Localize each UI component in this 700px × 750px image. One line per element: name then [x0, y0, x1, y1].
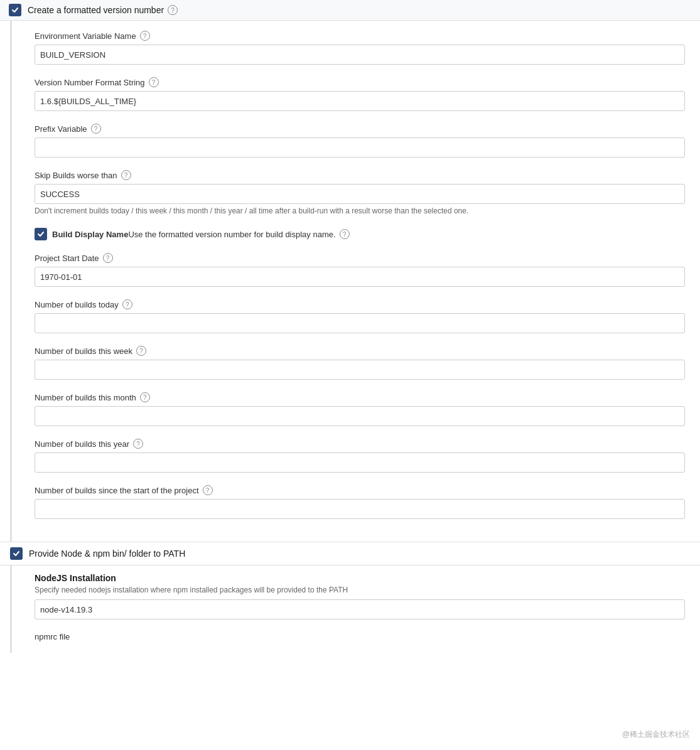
nodejs-header: Provide Node & npm bin/ folder to PATH [0, 542, 700, 565]
prefix-variable-label: Prefix Variable [35, 124, 87, 134]
version-format-help-icon[interactable]: ? [149, 77, 159, 87]
env-var-name-help-icon[interactable]: ? [140, 31, 150, 41]
builds-today-label: Number of builds today [35, 300, 119, 309]
skip-builds-input[interactable] [35, 184, 685, 204]
version-format-label-row: Version Number Format String ? [35, 77, 685, 87]
env-var-name-group: Environment Variable Name ? [35, 31, 685, 65]
create-version-help-icon[interactable]: ? [168, 5, 178, 15]
builds-today-group: Number of builds today ? [35, 299, 685, 333]
build-display-name-checkbox[interactable] [35, 228, 47, 240]
project-start-date-group: Project Start Date ? [35, 253, 685, 287]
skip-builds-group: Skip Builds worse than ? Don't increment… [35, 170, 685, 215]
npmrc-label: npmrc file [35, 632, 70, 641]
build-display-name-label: Build Display NameUse the formatted vers… [52, 230, 336, 239]
builds-month-group: Number of builds this month ? [35, 392, 685, 426]
nodejs-installation-group: NodeJS Installation Specify needed nodej… [35, 573, 685, 619]
create-version-header: Create a formatted version number ? [0, 0, 700, 21]
builds-week-label-row: Number of builds this week ? [35, 346, 685, 356]
builds-week-label: Number of builds this week [35, 346, 132, 356]
builds-today-label-row: Number of builds today ? [35, 299, 685, 309]
builds-year-group: Number of builds this year ? [35, 439, 685, 473]
builds-month-help-icon[interactable]: ? [140, 392, 150, 402]
npmrc-label-row: npmrc file [35, 632, 685, 641]
builds-year-help-icon[interactable]: ? [133, 439, 143, 449]
builds-since-start-label: Number of builds since the start of the … [35, 486, 199, 495]
nodejs-content: NodeJS Installation Specify needed nodej… [10, 565, 700, 653]
builds-since-start-help-icon[interactable]: ? [203, 485, 213, 495]
skip-builds-help-icon[interactable]: ? [121, 170, 131, 180]
nodejs-title: Provide Node & npm bin/ folder to PATH [29, 549, 185, 559]
builds-since-start-group: Number of builds since the start of the … [35, 485, 685, 519]
builds-year-label-row: Number of builds this year ? [35, 439, 685, 449]
builds-month-label-row: Number of builds this month ? [35, 392, 685, 402]
prefix-variable-group: Prefix Variable ? [35, 124, 685, 158]
builds-week-help-icon[interactable]: ? [136, 346, 146, 356]
version-format-input[interactable] [35, 91, 685, 111]
builds-today-help-icon[interactable]: ? [122, 299, 132, 309]
builds-since-start-input[interactable] [35, 499, 685, 519]
builds-year-label: Number of builds this year [35, 439, 129, 449]
env-var-name-label: Environment Variable Name [35, 31, 136, 41]
nodejs-installation-desc: Specify needed nodejs installation where… [35, 586, 685, 594]
nodejs-installation-label: NodeJS Installation [35, 573, 685, 583]
version-format-label: Version Number Format String [35, 78, 145, 87]
skip-builds-label: Skip Builds worse than [35, 171, 117, 180]
watermark: @稀土掘金技术社区 [622, 729, 690, 740]
create-version-title: Create a formatted version number [28, 5, 164, 15]
project-start-date-input[interactable] [35, 267, 685, 287]
project-start-date-label: Project Start Date [35, 254, 99, 263]
skip-builds-label-row: Skip Builds worse than ? [35, 170, 685, 180]
version-format-group: Version Number Format String ? [35, 77, 685, 111]
project-start-date-help-icon[interactable]: ? [103, 253, 113, 263]
create-version-content: Environment Variable Name ? Version Numb… [10, 21, 700, 542]
nodejs-installation-input[interactable] [35, 599, 685, 619]
builds-month-input[interactable] [35, 406, 685, 426]
builds-since-start-label-row: Number of builds since the start of the … [35, 485, 685, 495]
page-container: Create a formatted version number ? Envi… [0, 0, 700, 653]
create-version-checkbox[interactable] [9, 4, 21, 16]
env-var-name-label-row: Environment Variable Name ? [35, 31, 685, 41]
builds-week-input[interactable] [35, 360, 685, 380]
project-start-date-label-row: Project Start Date ? [35, 253, 685, 263]
prefix-variable-label-row: Prefix Variable ? [35, 124, 685, 134]
build-display-name-row: Build Display NameUse the formatted vers… [35, 228, 685, 240]
builds-year-input[interactable] [35, 453, 685, 473]
prefix-variable-input[interactable] [35, 137, 685, 158]
nodejs-checkbox[interactable] [10, 547, 23, 560]
builds-month-label: Number of builds this month [35, 393, 136, 402]
builds-today-input[interactable] [35, 313, 685, 333]
builds-week-group: Number of builds this week ? [35, 346, 685, 380]
prefix-variable-help-icon[interactable]: ? [91, 124, 101, 134]
build-display-name-help-icon[interactable]: ? [340, 229, 350, 239]
skip-builds-hint: Don't increment builds today / this week… [35, 206, 685, 215]
env-var-name-input[interactable] [35, 45, 685, 65]
